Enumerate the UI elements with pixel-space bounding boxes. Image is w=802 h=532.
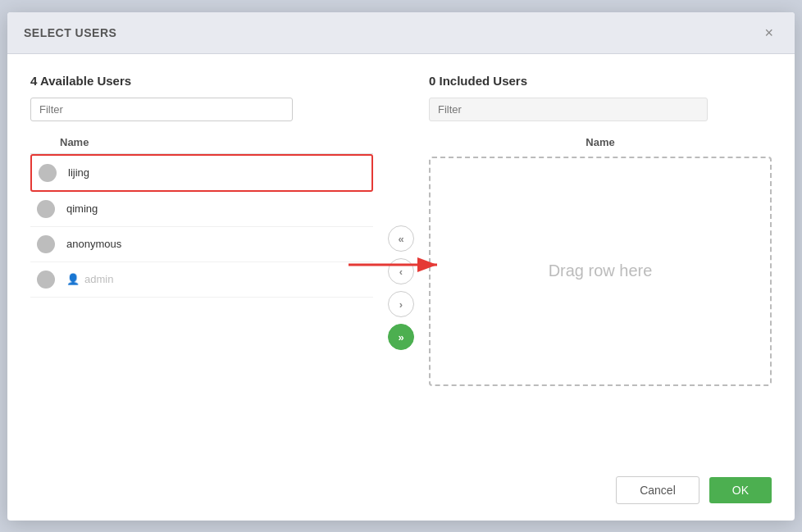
avatar-admin [37, 271, 55, 289]
dialog-body: 4 Available Users Name lijing qiming ano… [7, 54, 795, 466]
transfer-controls: « ‹ › » [373, 123, 429, 453]
admin-icon: 👤 [66, 273, 80, 285]
move-left-button[interactable]: ‹ [388, 258, 414, 284]
avatar-lijing [39, 164, 57, 182]
right-col-header: Name [429, 131, 772, 153]
user-name-lijing: lijing [68, 166, 89, 179]
right-panel: 0 Included Users Name Drag row here [429, 74, 772, 453]
avatar-qiming [37, 200, 55, 218]
user-name-admin: 👤admin [66, 273, 113, 285]
user-row-anonymous[interactable]: anonymous [30, 227, 373, 262]
included-users-title: 0 Included Users [429, 74, 772, 88]
left-col-header: Name [30, 131, 373, 154]
select-users-dialog: SELECT USERS × 4 Available Users Name li… [7, 12, 795, 521]
user-name-qiming: qiming [66, 202, 98, 215]
user-row-qiming[interactable]: qiming [30, 192, 373, 227]
left-panel: 4 Available Users Name lijing qiming ano… [30, 74, 373, 453]
move-all-right-button[interactable]: » [388, 324, 414, 350]
avatar-anonymous [37, 235, 55, 253]
dialog-footer: Cancel OK [7, 466, 795, 521]
move-right-button[interactable]: › [388, 291, 414, 317]
dialog-title: SELECT USERS [24, 26, 116, 39]
dialog-overlay: SELECT USERS × 4 Available Users Name li… [0, 0, 802, 532]
move-all-left-button[interactable]: « [388, 225, 414, 252]
ok-button[interactable]: OK [709, 477, 772, 503]
available-users-title: 4 Available Users [30, 74, 373, 88]
drop-zone[interactable]: Drag row here [429, 157, 772, 386]
user-row-lijing[interactable]: lijing [30, 154, 373, 192]
close-button[interactable]: × [759, 24, 778, 42]
dialog-header: SELECT USERS × [7, 12, 795, 54]
drop-zone-label: Drag row here [549, 261, 653, 280]
user-row-admin[interactable]: 👤admin [30, 262, 373, 298]
cancel-button[interactable]: Cancel [616, 476, 699, 504]
left-filter-input[interactable] [30, 98, 293, 121]
right-filter-input[interactable] [429, 98, 708, 121]
user-name-anonymous: anonymous [66, 238, 121, 250]
